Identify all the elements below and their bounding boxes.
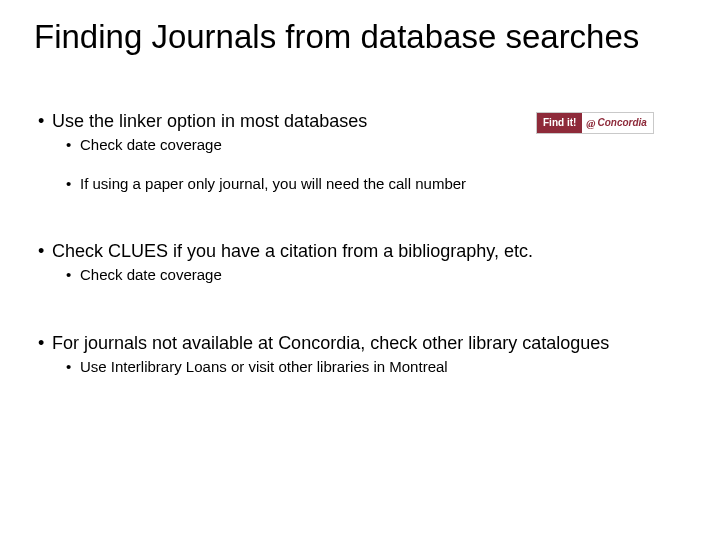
content-area: Use the linker option in most databases … xyxy=(38,110,690,379)
bullet-ill: Use Interlibrary Loans or visit other li… xyxy=(66,357,690,377)
bullet-linker-callnumber: If using a paper only journal, you will … xyxy=(66,174,690,194)
slide-title: Finding Journals from database searches xyxy=(34,18,700,56)
spacer xyxy=(38,288,690,332)
slide: Finding Journals from database searches … xyxy=(0,0,720,540)
bullet-linker: Use the linker option in most databases xyxy=(38,110,690,133)
bullet-other-libraries: For journals not available at Concordia,… xyxy=(38,332,690,355)
bullet-linker-date: Check date coverage xyxy=(66,135,690,155)
spacer xyxy=(38,158,690,172)
bullet-clues: Check CLUES if you have a citation from … xyxy=(38,240,690,263)
bullet-clues-date: Check date coverage xyxy=(66,265,690,285)
spacer xyxy=(38,196,690,240)
